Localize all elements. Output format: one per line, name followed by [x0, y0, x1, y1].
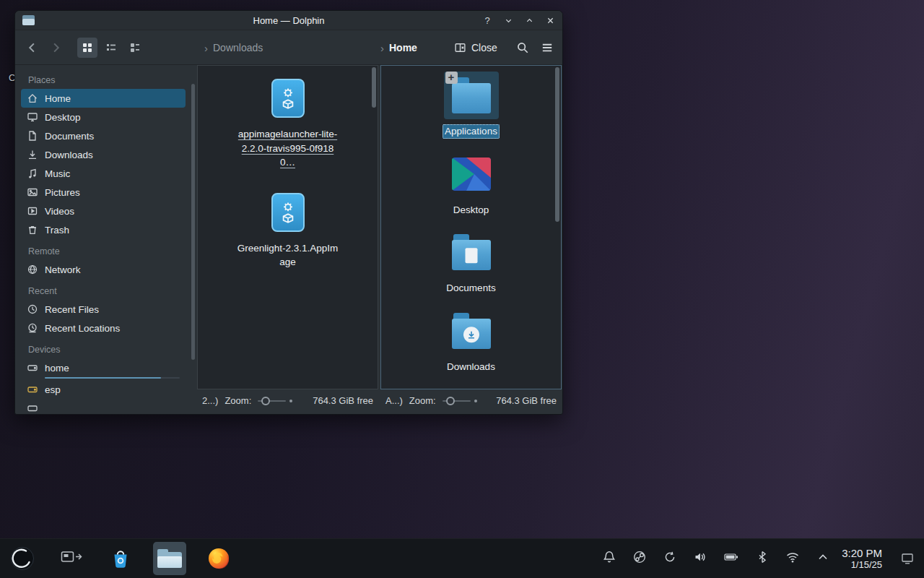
search-icon — [516, 41, 529, 54]
sidebar-item-label: Recent Locations — [45, 323, 120, 334]
folder-item-documents[interactable]: Documents — [417, 228, 526, 296]
home-icon — [27, 92, 38, 104]
window-title: Home — Dolphin — [15, 15, 562, 26]
document-emblem-icon — [465, 248, 477, 263]
folder-item-desktop[interactable]: Desktop — [417, 150, 526, 217]
sidebar-item-trash[interactable]: Trash — [21, 220, 186, 239]
breadcrumb-chevron-icon: › — [204, 41, 208, 53]
sidebar-item-pictures[interactable]: Pictures — [21, 183, 186, 202]
sidebar-item-device-partial[interactable] — [21, 399, 186, 414]
pager-icon — [61, 550, 82, 567]
virtual-desktop-pager[interactable] — [55, 542, 88, 575]
forward-button[interactable] — [48, 40, 63, 55]
sidebar-item-documents[interactable]: Documents — [21, 126, 186, 145]
breadcrumb-right-pane[interactable]: › Home — [380, 41, 417, 53]
dolphin-icon — [157, 549, 182, 568]
close-split-icon — [454, 41, 466, 53]
steam-icon — [632, 550, 647, 564]
free-space-label: 764.3 GiB free — [496, 395, 557, 406]
folder-label: Applications — [443, 124, 500, 139]
section-title-recent: Recent — [21, 279, 197, 300]
circular-arrow-icon — [663, 550, 677, 564]
section-title-devices: Devices — [21, 337, 197, 358]
folder-item-applications[interactable]: + Applications — [417, 72, 526, 139]
hard-drive-icon — [27, 362, 38, 374]
discover-taskbar-button[interactable] — [104, 542, 137, 575]
expand-tray-button[interactable] — [816, 550, 830, 567]
firefox-taskbar-button[interactable] — [202, 542, 235, 575]
folder-item-clipped[interactable] — [417, 385, 526, 389]
music-note-icon — [27, 168, 38, 179]
pane-home-view[interactable]: + Applications — [381, 66, 561, 389]
search-button[interactable] — [516, 41, 529, 54]
dolphin-window: Home — Dolphin ? — [14, 10, 563, 415]
details-view-button[interactable] — [125, 38, 145, 58]
icons-view-button[interactable] — [77, 38, 97, 58]
pane-downloads-view[interactable]: appimagelauncher-lite-2.2.0-travis995-0f… — [198, 66, 378, 389]
sidebar-item-label: esp — [45, 384, 61, 395]
sidebar-item-network[interactable]: Network — [21, 260, 186, 279]
breadcrumb-downloads[interactable]: Downloads — [213, 42, 263, 53]
clock-date: 1/15/25 — [842, 559, 882, 570]
monitor-icon — [27, 111, 38, 123]
titlebar[interactable]: Home — Dolphin ? — [15, 11, 562, 30]
sidebar-item-recent-locations[interactable]: Recent Locations — [21, 319, 186, 337]
pane-scrollbar[interactable] — [372, 67, 376, 108]
speaker-icon — [693, 550, 707, 564]
close-split-view-button[interactable]: Close — [454, 41, 497, 53]
breadcrumb-left-pane[interactable]: › Downloads — [204, 41, 263, 53]
battery-tray-icon[interactable] — [723, 550, 739, 567]
dolphin-taskbar-button[interactable] — [153, 542, 186, 575]
download-icon — [27, 149, 38, 160]
download-emblem-icon — [463, 327, 479, 342]
circular-arrow-tray-icon[interactable] — [663, 550, 677, 567]
breadcrumb-home[interactable]: Home — [389, 42, 417, 53]
file-item-appimagelauncher[interactable]: appimagelauncher-lite-2.2.0-travis995-0f… — [233, 74, 343, 170]
sidebar-item-downloads[interactable]: Downloads — [21, 145, 186, 164]
close-split-label: Close — [471, 42, 497, 53]
zoom-slider[interactable] — [443, 396, 477, 406]
sidebar-item-music[interactable]: Music — [21, 164, 186, 183]
notifications-tray-icon[interactable] — [602, 550, 616, 567]
main-toolbar: › Downloads › Home Close — [15, 30, 562, 65]
compact-view-button[interactable] — [101, 38, 121, 58]
bluetooth-tray-icon[interactable] — [755, 550, 770, 567]
hard-drive-icon — [27, 402, 38, 414]
statusbar-home: A...) Zoom: 764.3 GiB free — [380, 390, 562, 411]
close-button[interactable] — [545, 17, 555, 25]
folder-label: Documents — [446, 281, 495, 296]
zoom-slider[interactable] — [258, 396, 292, 406]
minimize-button[interactable] — [503, 17, 513, 25]
hamburger-menu-button[interactable] — [541, 41, 554, 54]
sidebar-item-videos[interactable]: Videos — [21, 202, 186, 220]
show-desktop-button[interactable] — [897, 542, 918, 575]
sidebar-item-label: Documents — [45, 131, 94, 142]
breadcrumb-chevron-icon: › — [380, 41, 384, 53]
folder-item-downloads[interactable]: Downloads — [417, 307, 526, 374]
sidebar-item-desktop[interactable]: Desktop — [21, 108, 186, 126]
selection-info: 2...) — [202, 395, 218, 406]
chevron-up-icon — [816, 550, 830, 564]
folder-label: Downloads — [447, 360, 495, 374]
application-launcher-button[interactable] — [6, 542, 39, 575]
sidebar-item-label: Network — [45, 264, 81, 275]
pane-scrollbar[interactable] — [555, 67, 559, 222]
statusbar-downloads: 2...) Zoom: 764.3 GiB free — [197, 390, 378, 411]
sidebar-scrollbar[interactable] — [191, 84, 195, 360]
steam-tray-icon[interactable] — [632, 550, 647, 567]
sidebar-item-device-esp[interactable]: esp — [21, 380, 186, 399]
digital-clock[interactable]: 3:20 PM 1/15/25 — [842, 547, 882, 570]
wifi-tray-icon[interactable] — [785, 550, 800, 567]
sidebar-item-device-home[interactable]: home — [21, 358, 186, 377]
folder-label: Desktop — [453, 203, 489, 217]
network-globe-icon — [27, 264, 38, 275]
sidebar-item-home[interactable]: Home — [21, 89, 186, 108]
sidebar-item-recent-files[interactable]: Recent Files — [21, 300, 186, 319]
maximize-button[interactable] — [524, 17, 534, 25]
back-button[interactable] — [25, 40, 40, 55]
applications-folder-icon: + — [452, 83, 491, 113]
documents-folder-icon — [452, 240, 491, 270]
file-item-greenlight[interactable]: Greenlight-2.3.1.AppImage — [233, 189, 343, 269]
help-button[interactable]: ? — [482, 15, 492, 26]
volume-tray-icon[interactable] — [693, 550, 707, 567]
